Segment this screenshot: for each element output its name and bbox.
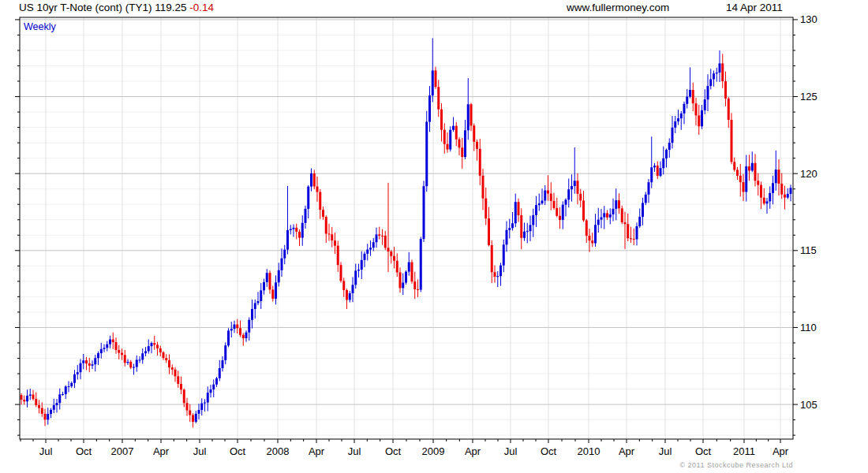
svg-text:2008: 2008 bbox=[267, 445, 290, 457]
svg-text:125: 125 bbox=[800, 91, 817, 102]
svg-text:Oct: Oct bbox=[230, 445, 246, 457]
svg-text:105: 105 bbox=[800, 399, 817, 411]
y-axis-labels: 105110115120125130 bbox=[800, 13, 817, 410]
price-chart: 105110115120125130JulOct2007AprJulOct200… bbox=[0, 0, 868, 473]
svg-text:Apr: Apr bbox=[309, 445, 325, 457]
svg-text:Apr: Apr bbox=[773, 445, 789, 457]
svg-text:2009: 2009 bbox=[422, 445, 445, 457]
svg-text:130: 130 bbox=[800, 13, 817, 25]
svg-text:2010: 2010 bbox=[578, 445, 600, 457]
svg-text:Apr: Apr bbox=[465, 445, 481, 457]
svg-text:Oct: Oct bbox=[695, 445, 712, 457]
svg-text:Oct: Oct bbox=[76, 445, 92, 457]
svg-text:Jul: Jul bbox=[193, 445, 207, 457]
svg-text:2007: 2007 bbox=[111, 445, 134, 457]
chart-window: US 10yr T-Note (cont) (TY1) 119.25 -0.14… bbox=[0, 0, 868, 473]
svg-text:Jul: Jul bbox=[39, 445, 53, 457]
copyright: © 2011 Stockcube Research Ltd bbox=[679, 461, 793, 469]
svg-text:120: 120 bbox=[800, 168, 817, 180]
svg-text:Jul: Jul bbox=[504, 445, 518, 457]
svg-text:Oct: Oct bbox=[541, 445, 557, 457]
svg-text:Jul: Jul bbox=[659, 445, 672, 457]
svg-text:Oct: Oct bbox=[385, 445, 402, 457]
svg-text:115: 115 bbox=[800, 244, 817, 256]
svg-text:110: 110 bbox=[800, 322, 817, 333]
svg-text:2011: 2011 bbox=[733, 445, 755, 457]
svg-text:Jul: Jul bbox=[348, 445, 361, 457]
svg-text:Apr: Apr bbox=[153, 445, 170, 457]
interval-label: Weekly bbox=[24, 21, 56, 32]
grid bbox=[20, 17, 793, 439]
svg-text:Apr: Apr bbox=[619, 445, 635, 457]
x-axis-labels: JulOct2007AprJulOct2008AprJulOct2009AprJ… bbox=[39, 445, 789, 457]
